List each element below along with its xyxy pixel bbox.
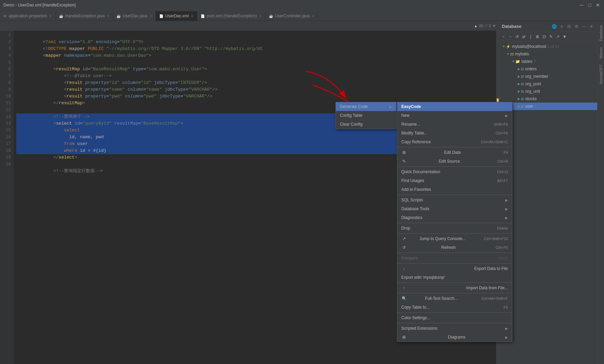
cm-edit-source-shortcut: Ctrl+B (497, 159, 508, 163)
tab-userdao-java[interactable]: ☕ UserDao.java ✕ (113, 11, 156, 21)
cm-quick-doc-label: Quick Documentation (401, 169, 440, 174)
minimize-button[interactable]: ─ (579, 2, 584, 8)
cm-edit-source-label: Edit Source (439, 159, 460, 164)
db-table-org-post[interactable]: ▶ ⊞ org_post (499, 80, 597, 88)
db-sql-icon[interactable]: ⊡ (541, 34, 547, 40)
tab-close-handleexception[interactable]: ✕ (107, 14, 109, 18)
cm-sql-scripts[interactable]: SQL Scripts ▶ (397, 196, 512, 204)
tab-userdao-xml[interactable]: 📄 UserDao.xml ✕ (156, 11, 197, 21)
cm-add-to-favorites-label: Add to Favorites (401, 187, 431, 192)
cm-color-settings[interactable]: Color Settings... (397, 313, 512, 322)
cm-easycide-copy-reference[interactable]: Copy Reference Ctrl+Alt+Shift+C (397, 138, 512, 146)
context-menu-container: Generate Code ▶ Config Table Clear Confi… (335, 102, 397, 129)
cm-clear-config-label: Clear Config (340, 122, 363, 127)
cm-config-table-label: Config Table (340, 113, 363, 118)
close-button[interactable]: ✕ (595, 2, 601, 8)
cm-easycide-edit-data[interactable]: ⊞ Edit Data F4 (397, 148, 512, 157)
cm-full-text-search-shortcut: Ctrl+Alt+Shift+F (481, 296, 508, 301)
cm-scripted-extensions[interactable]: Scripted Extensions ▶ (397, 324, 512, 333)
table-org-unit-label: org_unit (525, 89, 540, 94)
info-icon: ✓ (484, 23, 488, 28)
panel-icon-list[interactable]: ≡ (559, 23, 565, 30)
cm-export-mysqldump[interactable]: Export with 'mysqldump' (397, 273, 512, 282)
cm-database-tools[interactable]: Database Tools ▶ (397, 204, 512, 213)
cm-diagnostics-label: Diagnostics (401, 215, 422, 220)
cm-refresh[interactable]: ↺ Refresh Ctrl+F5 (397, 243, 512, 252)
cm-edit-data-shortcut: F4 (504, 150, 508, 154)
cm-color-settings-label: Color Settings... (401, 315, 430, 320)
db-edit-icon[interactable]: ✎ (548, 34, 554, 40)
db-table-org-unit[interactable]: ▶ ⊞ org_unit (499, 88, 597, 95)
cm-item-clear-config[interactable]: Clear Config (336, 120, 396, 129)
schema-arrow: ▼ (506, 52, 510, 56)
db-remove-icon[interactable]: − (507, 34, 513, 40)
cm-copy-table-to-shortcut: F5 (504, 305, 508, 309)
panel-icon-split[interactable]: ⊟ (566, 23, 572, 30)
maximize-button[interactable]: □ (587, 2, 592, 8)
db-filter-icon[interactable]: ▼ (562, 34, 568, 40)
tab-pom-xml[interactable]: 📄 pom.xml (HandleException) ✕ (197, 11, 265, 21)
db-sync-icon[interactable]: ⇄ (521, 34, 527, 40)
refresh-icon: ↺ (401, 245, 407, 250)
cm-export-data[interactable]: ↓ Export Data to File (397, 264, 512, 273)
panel-icon-minimize[interactable]: ─ (581, 23, 587, 30)
cm-quick-doc[interactable]: Quick Documentation Ctrl+Q (397, 167, 512, 176)
panel-icon-settings[interactable]: ⚙ (573, 23, 580, 30)
db-table-orders[interactable]: ▶ ⊞ orders (499, 65, 597, 73)
table-stocks-label: stocks (525, 96, 537, 101)
cm-full-text-search[interactable]: 🔍 Full-Text Search... Ctrl+Alt+Shift+F (397, 294, 512, 303)
tab-application-properties[interactable]: ⚙ application.properties ✕ (0, 11, 56, 21)
cm-drop[interactable]: Drop Delete (397, 224, 512, 233)
db-table-icon[interactable]: ⊞ (534, 34, 541, 40)
tab-close-userdao-xml[interactable]: ✕ (191, 14, 194, 18)
schema-icon: 🗃 (510, 52, 514, 56)
cm-diagnostics[interactable]: Diagnostics ▶ (397, 213, 512, 222)
cm-database-tools-label: Database Tools (401, 206, 429, 211)
user-arrow: ▶ (517, 105, 521, 108)
connection-arrow: ▼ (502, 45, 506, 48)
cm-diagrams[interactable]: ⊞ Diagrams ▶ (397, 333, 512, 342)
code-line-1: <?xml version="1.0" encoding="UTF-8"?> (16, 32, 493, 39)
cm-find-usages[interactable]: Find Usages Alt+F7 (397, 176, 512, 185)
tab-close-application-properties[interactable]: ✕ (49, 14, 52, 18)
cm-add-to-favorites[interactable]: Add to Favorites (397, 185, 512, 194)
db-refresh-icon[interactable]: ↺ (514, 34, 520, 40)
cm-drop-shortcut: Delete (497, 226, 508, 230)
db-add-icon[interactable]: + (500, 34, 507, 40)
db-export-icon[interactable]: ↗ (555, 34, 561, 40)
tab-close-usercontroller[interactable]: ✕ (312, 14, 314, 18)
cm-import-data[interactable]: ↑ Import Data from File... (397, 284, 512, 292)
cm-item-config-table[interactable]: Config Table (336, 111, 396, 120)
dropdown-arrow[interactable]: ▼ (492, 24, 496, 28)
tab-close-pom-xml[interactable]: ✕ (259, 14, 262, 18)
cm-copy-table-to[interactable]: Copy Table to... F5 (397, 303, 512, 312)
db-table-stocks[interactable]: ▶ ⊞ stocks (499, 95, 597, 103)
db-tables-folder[interactable]: ▼ 📁 tables 7 (499, 58, 597, 65)
tab-handleexception[interactable]: ☕ HandleException.java ✕ (56, 11, 113, 21)
cm-easycide-rename[interactable]: Rename... Shift+F6 (397, 120, 512, 129)
side-tab-database[interactable]: Database (598, 22, 604, 44)
cm-jump-to-query-console[interactable]: ↗ Jump to Query Console... Ctrl+Shift+F1… (397, 234, 512, 243)
cm-sql-scripts-arrow: ▶ (505, 198, 508, 202)
db-schema[interactable]: ▼ 🗃 mybatis (499, 50, 597, 58)
cm-easycide-edit-source[interactable]: ✎ Edit Source Ctrl+B (397, 157, 512, 166)
side-tab-maven[interactable]: Maven (598, 44, 604, 61)
cm-easycide-modify-table[interactable]: Modify Table... Ctrl+F6 (397, 129, 512, 138)
panel-icon-globe[interactable]: 🌐 (551, 23, 557, 30)
schema-label: mybatis (515, 52, 529, 56)
db-table-org-member[interactable]: ▶ ⊞ org_member (499, 73, 597, 80)
cm-compare[interactable]: Compare Ctrl+D (397, 254, 512, 262)
cm-diagrams-label: Diagrams (448, 335, 465, 340)
cm-item-generate-code[interactable]: Generate Code ▶ (336, 102, 396, 111)
panel-icon-close[interactable]: ✕ (588, 23, 594, 30)
org-post-arrow: ▶ (517, 82, 521, 86)
side-tab-nochatgpt[interactable]: NochatGPT (598, 62, 604, 87)
tab-usercontroller[interactable]: ☕ UserController.java ✕ (266, 11, 318, 21)
cm-sep-2 (397, 166, 512, 167)
db-connection[interactable]: ▼ ⚡ mybatis@localhost 1 of 14 (499, 43, 597, 50)
db-table-user[interactable]: ▶ ⊞ user (499, 103, 597, 110)
tables-icon: 📁 (515, 59, 520, 64)
tab-close-userdao-java[interactable]: ✕ (149, 14, 152, 18)
cm-easycide-new[interactable]: New ▶ (397, 111, 512, 120)
code-line-5: <resultMap id="BaseResultMap" type="com.… (16, 59, 493, 66)
